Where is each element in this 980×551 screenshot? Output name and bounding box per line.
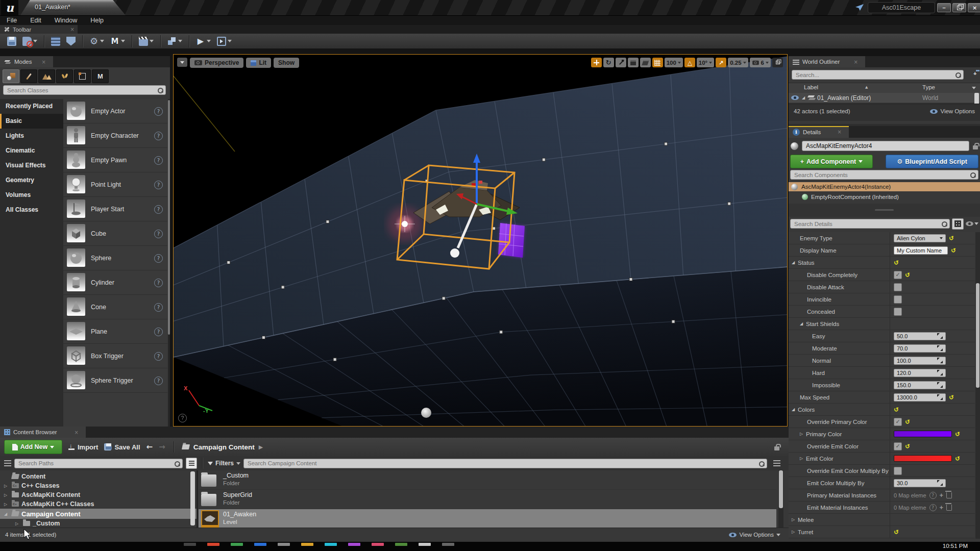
mode-landscape-button[interactable] [38, 69, 55, 83]
search-paths-input[interactable] [14, 459, 183, 468]
checkbox[interactable]: ✓ [894, 271, 902, 279]
number-value[interactable]: 150.0 [894, 381, 946, 389]
actor-name-field[interactable] [802, 141, 969, 151]
forward-button[interactable]: → [159, 442, 165, 452]
search-details-input[interactable] [790, 219, 950, 229]
reset-to-default-icon[interactable]: ↺ [955, 456, 960, 462]
breadcrumb[interactable]: Campaign Content ▶ [182, 443, 263, 451]
menu-file[interactable]: File [0, 17, 23, 24]
save-all-button[interactable]: Save All [104, 443, 140, 451]
refresh-icon[interactable]: ? [929, 492, 937, 499]
placeable-cube[interactable]: Cube? [63, 221, 167, 246]
close-button[interactable]: × [968, 3, 980, 12]
scale-snap-toggle[interactable]: ↗ [716, 58, 726, 67]
modes-scrollbar[interactable] [168, 99, 170, 427]
tree-content[interactable]: Content [0, 472, 197, 481]
category-geometry[interactable]: Geometry [0, 173, 63, 188]
content-button[interactable] [48, 35, 63, 48]
cb-view-options[interactable]: View Options [729, 532, 780, 538]
minimize-button[interactable]: – [937, 3, 951, 12]
component-row-instance[interactable]: AscMapKitEnemyActor4(Instance) [789, 182, 980, 191]
expander-icon[interactable]: ▷ [4, 493, 9, 497]
details-view-options[interactable] [966, 221, 978, 226]
expander-icon[interactable]: ◢ [792, 407, 798, 412]
tree-campaign-content[interactable]: ◢Campaign Content [0, 509, 197, 519]
asset-01-awaken[interactable]: 01_AwakenLevel [199, 509, 776, 528]
asset-list-scrollbar[interactable] [778, 470, 783, 528]
camera-mode-button[interactable]: Perspective [190, 58, 243, 68]
outliner-column-header[interactable]: Label ▲ Type [789, 83, 980, 93]
taskbar-app-icon[interactable] [254, 543, 266, 546]
taskbar-app-icon[interactable] [278, 543, 290, 546]
placeable-sphere[interactable]: Sphere? [63, 246, 167, 270]
reset-to-default-icon[interactable]: ↺ [905, 443, 910, 449]
view-mode-button[interactable]: Lit [246, 58, 271, 68]
tree-ascmapkit-c-classes[interactable]: ▷C+AscMapKit C++ Classes [0, 499, 197, 509]
cinematics-button[interactable] [136, 35, 157, 48]
modes-tab[interactable]: Modes × [0, 56, 53, 67]
reset-to-default-icon[interactable]: ↺ [951, 247, 956, 254]
search-classes-input[interactable] [3, 85, 166, 95]
settings-button[interactable]: ⚙ [86, 35, 107, 48]
tree-scrollbar[interactable] [190, 471, 195, 525]
asset--custom[interactable]: _CustomFolder [199, 470, 776, 490]
taskbar-app-icon[interactable] [395, 543, 407, 546]
placeable-empty-character[interactable]: Empty Character? [63, 123, 167, 148]
launch-button[interactable] [214, 35, 235, 48]
reset-to-default-icon[interactable]: ↺ [949, 394, 954, 400]
close-icon[interactable]: × [854, 59, 858, 65]
reset-to-default-icon[interactable]: ↺ [905, 272, 910, 278]
close-icon[interactable]: × [42, 59, 46, 65]
build-button[interactable] [164, 35, 185, 48]
placeable-point-light[interactable]: Point Light? [63, 172, 167, 197]
taskbar-app-icon[interactable] [419, 543, 431, 546]
add-new-button[interactable]: Add New [4, 440, 62, 454]
viewport-scene[interactable] [174, 55, 787, 426]
placeable-plane[interactable]: Plane? [63, 319, 167, 344]
view-settings-icon[interactable] [773, 460, 780, 466]
expander-icon[interactable]: ▷ [15, 521, 20, 526]
scrub-handle-icon[interactable] [937, 382, 943, 388]
outliner-view-options[interactable]: View Options [930, 108, 975, 114]
details-tab[interactable]: i Details × [789, 126, 849, 138]
add-component-button[interactable]: +Add Component [790, 155, 873, 168]
delete-elements-icon[interactable] [946, 492, 952, 498]
lock-icon[interactable] [973, 145, 978, 149]
reset-to-default-icon[interactable]: ↺ [894, 260, 899, 266]
close-icon[interactable]: × [75, 430, 79, 435]
add-element-icon[interactable]: + [940, 504, 944, 511]
mode-paint-button[interactable] [20, 69, 37, 83]
reset-to-default-icon[interactable]: ↺ [955, 431, 960, 437]
play-button[interactable]: ▶ [193, 35, 214, 48]
checkbox[interactable] [894, 295, 902, 304]
number-value[interactable]: 120.0 [894, 369, 946, 377]
category-visual-effects[interactable]: Visual Effects [0, 158, 63, 173]
taskbar-app-icon[interactable] [442, 543, 454, 546]
add-element-icon[interactable]: + [940, 492, 944, 498]
taskbar-app-icon[interactable] [372, 543, 384, 546]
number-value[interactable]: 100.0 [894, 357, 946, 365]
category-volumes[interactable]: Volumes [0, 188, 63, 203]
placeable-sphere-trigger[interactable]: Sphere Trigger? [63, 368, 167, 393]
taskbar-app-icon[interactable] [301, 543, 313, 546]
save-button[interactable] [4, 35, 19, 48]
placeable-box-trigger[interactable]: Box Trigger? [63, 344, 167, 368]
scrub-handle-icon[interactable] [937, 345, 943, 351]
import-button[interactable]: Import [68, 443, 98, 451]
expander-icon[interactable]: ▷ [800, 432, 806, 436]
grid-snap-value[interactable]: 100 [665, 58, 683, 67]
mode-geometry-button[interactable] [74, 69, 91, 83]
reset-to-default-icon[interactable]: ↺ [894, 529, 899, 535]
level-viewport[interactable]: Perspective Lit Show ↻ 100 △ 10° ↗ [173, 54, 788, 427]
expander-icon[interactable]: ◢ [4, 512, 9, 516]
checkbox[interactable] [894, 283, 902, 291]
placeable-cylinder[interactable]: Cylinder? [63, 270, 167, 295]
type-filter-icon[interactable] [972, 87, 976, 89]
reset-to-default-icon[interactable]: ↺ [905, 419, 910, 425]
viewport-options-dropdown[interactable] [177, 58, 187, 67]
search-assets-input[interactable] [243, 459, 767, 468]
maximize-viewport-button[interactable] [772, 58, 783, 67]
coordinate-system-button[interactable] [628, 58, 639, 67]
expander-icon[interactable]: ▷ [792, 530, 798, 534]
scrub-handle-icon[interactable] [937, 358, 943, 363]
